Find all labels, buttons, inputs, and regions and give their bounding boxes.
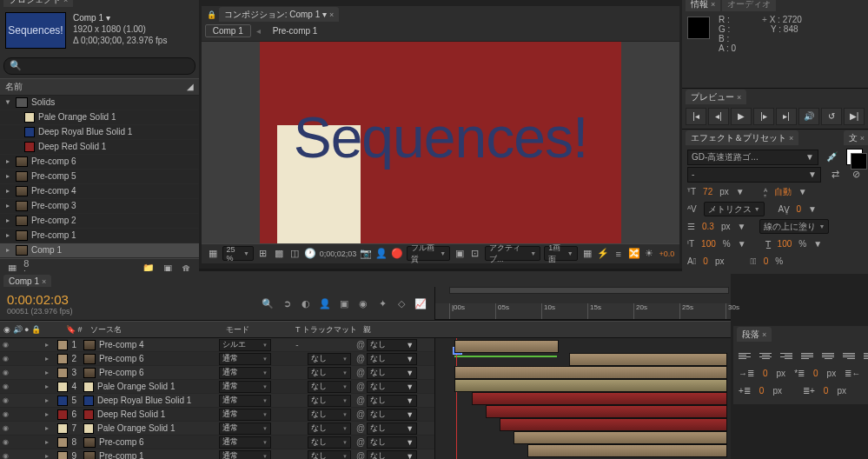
project-item[interactable]: Deep Red Solid 1 — [0, 140, 199, 155]
vscale-input[interactable]: 100 — [701, 239, 716, 249]
space-before-input[interactable]: 0 — [759, 386, 765, 396]
label-color[interactable] — [57, 451, 68, 460]
layer-bar[interactable] — [569, 353, 727, 366]
align-left-icon[interactable] — [739, 349, 751, 362]
parent-dropdown[interactable]: なし▼ — [367, 436, 417, 449]
char-panel-tab[interactable]: 文× — [844, 130, 868, 145]
eye-toggle[interactable]: ◉ — [0, 438, 10, 446]
layer-row[interactable]: ◉ ▸ 7 Pale Orange Solid 1 通常▼ なし▼ @なし▼ — [0, 422, 434, 436]
label-color[interactable] — [57, 354, 68, 364]
project-item[interactable]: ▸ Pre-comp 4 — [0, 184, 199, 199]
project-item[interactable]: ▸ Pre-comp 5 — [0, 170, 199, 184]
pickwhip-icon[interactable]: @ — [356, 368, 365, 377]
hide-shy-icon[interactable]: 👤 — [318, 296, 332, 310]
layer-row[interactable]: ◉ ▸ 9 Pre-comp 1 通常▼ なし▼ @なし▼ — [0, 449, 434, 459]
tracking-input[interactable]: 0 — [797, 204, 802, 214]
time-ruler[interactable]: |00s05s10s15s20s25s30s — [435, 303, 731, 320]
eye-toggle[interactable]: ◉ — [0, 355, 10, 363]
trackmatte-dropdown[interactable]: なし▼ — [308, 436, 351, 449]
audio-tab[interactable]: オーディオ — [722, 0, 776, 11]
label-color[interactable] — [57, 382, 68, 392]
layer-bar[interactable] — [472, 392, 727, 405]
close-icon[interactable]: × — [329, 10, 334, 19]
pickwhip-icon[interactable]: @ — [356, 451, 365, 459]
eye-toggle[interactable]: ◉ — [0, 424, 10, 432]
flowchart-tab[interactable]: Comp 1 — [205, 24, 251, 37]
space-after-input[interactable]: 0 — [824, 386, 829, 396]
folder-row[interactable]: ▼Solids — [0, 96, 199, 110]
justify-last-left-icon[interactable] — [801, 349, 813, 362]
layer-bar[interactable] — [454, 379, 727, 392]
pickwhip-icon[interactable]: @ — [356, 382, 365, 391]
label-color[interactable] — [57, 423, 68, 434]
baseline-input[interactable]: 0 — [703, 256, 708, 266]
justify-last-right-icon[interactable] — [843, 349, 855, 362]
paragraph-tab[interactable]: 段落× — [737, 327, 772, 342]
lock-icon[interactable]: 🔒 — [205, 8, 219, 22]
zoom-dropdown[interactable]: 25 %▼ — [222, 246, 254, 261]
comp-thumbnail[interactable]: Sequences! — [5, 12, 66, 49]
eyedropper-icon[interactable]: 💉 — [825, 150, 839, 164]
autokey-icon[interactable]: ◇ — [394, 296, 408, 310]
layer-row[interactable]: ◉ ▸ 1 Pre-comp 4 シルエ▼ - @なし▼ — [0, 338, 434, 352]
blend-mode-dropdown[interactable]: 通常▼ — [219, 367, 271, 379]
playhead[interactable] — [456, 338, 457, 459]
font-family-dropdown[interactable]: GD-高速道路ゴ...▼ — [687, 150, 818, 165]
snapshot-icon[interactable]: 📷 — [360, 247, 372, 261]
motion-blur-icon[interactable]: ◉ — [356, 296, 370, 310]
layer-bar[interactable] — [454, 340, 559, 353]
flowchart-icon[interactable]: 🔀 — [628, 247, 640, 261]
resolution-dropdown[interactable]: フル画質▼ — [407, 246, 450, 261]
trackmatte-dropdown[interactable]: なし▼ — [308, 353, 351, 365]
pixel-aspect-icon[interactable]: ▦ — [581, 247, 593, 261]
leading-input[interactable]: 自動 — [774, 186, 792, 198]
layer-row[interactable]: ◉ ▸ 5 Deep Royal Blue Solid 1 通常▼ なし▼ @な… — [0, 394, 434, 408]
timeline-bars-area[interactable] — [435, 338, 731, 459]
kerning-dropdown[interactable]: メトリクス▼ — [704, 202, 765, 216]
layer-bar[interactable] — [500, 418, 727, 431]
mask-icon[interactable]: ◫ — [288, 247, 301, 261]
layer-row[interactable]: ◉ ▸ 6 Deep Red Solid 1 通常▼ なし▼ @なし▼ — [0, 408, 434, 422]
blend-mode-dropdown[interactable]: 通常▼ — [219, 381, 271, 393]
layer-bar[interactable] — [527, 444, 727, 457]
trackmatte-dropdown[interactable]: なし▼ — [308, 395, 351, 407]
channel-icon[interactable]: 🔴 — [391, 247, 403, 261]
preview-tab[interactable]: プレビュー× — [686, 90, 746, 104]
project-tab[interactable]: プロジェクト× — [3, 0, 73, 7]
project-item[interactable]: ▸ Pre-comp 1 — [0, 229, 199, 243]
prev-frame-button[interactable]: ◂| — [708, 108, 729, 125]
viewer-timecode[interactable]: 0;00;02;03 — [320, 249, 357, 258]
layer-row[interactable]: ◉ ▸ 2 Pre-comp 6 通常▼ なし▼ @なし▼ — [0, 352, 434, 366]
label-color[interactable] — [57, 396, 68, 406]
eye-toggle[interactable]: ◉ — [0, 382, 10, 390]
eye-toggle[interactable]: ◉ — [0, 341, 10, 349]
blend-mode-dropdown[interactable]: 通常▼ — [219, 450, 271, 460]
eye-toggle[interactable]: ◉ — [0, 452, 10, 459]
viewer-tab[interactable]: コンポジション: Comp 1 ▾× — [219, 7, 340, 22]
frame-blend-icon[interactable]: ▣ — [337, 296, 351, 310]
timeline-tab[interactable]: Comp 1× — [3, 275, 51, 287]
trackmatte-dropdown[interactable]: なし▼ — [308, 409, 351, 421]
blend-mode-dropdown[interactable]: 通常▼ — [219, 436, 271, 449]
align-right-icon[interactable] — [780, 349, 792, 362]
layer-bar[interactable] — [454, 366, 727, 379]
project-item[interactable]: ▸ Pre-comp 3 — [0, 199, 199, 214]
hscale-input[interactable]: 100 — [778, 239, 792, 249]
align-center-icon[interactable] — [759, 349, 772, 362]
guides-icon[interactable]: ⊡ — [469, 247, 481, 261]
trackmatte-dropdown[interactable]: なし▼ — [308, 367, 351, 379]
search-input[interactable]: 🔍 — [3, 57, 195, 75]
fill-stroke-swatch[interactable] — [846, 149, 863, 165]
exposure-reset-icon[interactable]: ☀ — [644, 247, 656, 261]
composition-stage[interactable]: Sequences! — [202, 42, 680, 243]
first-frame-button[interactable]: |◂ — [686, 108, 706, 125]
indent-first-input[interactable]: 0 — [813, 369, 818, 378]
project-item[interactable]: ▸ Comp 1 — [0, 243, 199, 258]
transp-grid-icon[interactable]: ▩ — [273, 247, 285, 261]
project-item[interactable]: ▸ Pre-comp 2 — [0, 214, 199, 229]
layer-row[interactable]: ◉ ▸ 3 Pre-comp 6 通常▼ なし▼ @なし▼ — [0, 366, 434, 380]
layer-row[interactable]: ◉ ▸ 4 Pale Orange Solid 1 通常▼ なし▼ @なし▼ — [0, 380, 434, 394]
trackmatte-dropdown[interactable]: なし▼ — [308, 381, 351, 393]
eye-toggle[interactable]: ◉ — [0, 369, 10, 376]
parent-dropdown[interactable]: なし▼ — [367, 381, 417, 393]
